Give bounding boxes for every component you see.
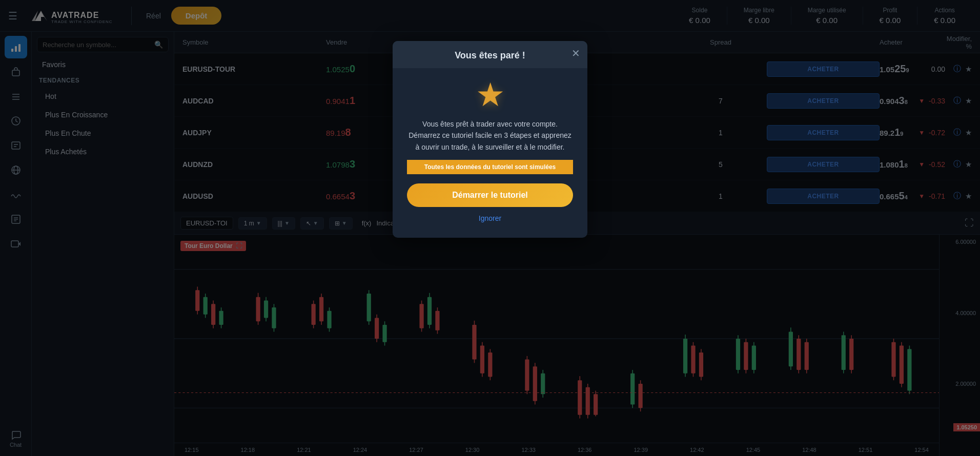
- ignore-button[interactable]: Ignorer: [479, 214, 501, 222]
- modal-overlay: Vous êtes paré ! ✕ ★ Vous êtes prêt à tr…: [0, 0, 980, 456]
- modal-header: Vous êtes paré ! ✕: [393, 41, 587, 68]
- start-tutorial-button[interactable]: Démarrer le tutoriel: [407, 183, 573, 207]
- tutorial-notice: Toutes les données du tutoriel sont simu…: [407, 160, 573, 174]
- modal-body: ★ Vous êtes prêt à trader avec votre com…: [393, 68, 587, 238]
- modal-star-icon: ★: [476, 78, 505, 111]
- modal-text: Vous êtes prêt à trader avec votre compt…: [407, 118, 573, 153]
- tutorial-modal: Vous êtes paré ! ✕ ★ Vous êtes prêt à tr…: [393, 41, 587, 238]
- modal-close-button[interactable]: ✕: [571, 48, 580, 58]
- modal-title: Vous êtes paré !: [455, 50, 525, 61]
